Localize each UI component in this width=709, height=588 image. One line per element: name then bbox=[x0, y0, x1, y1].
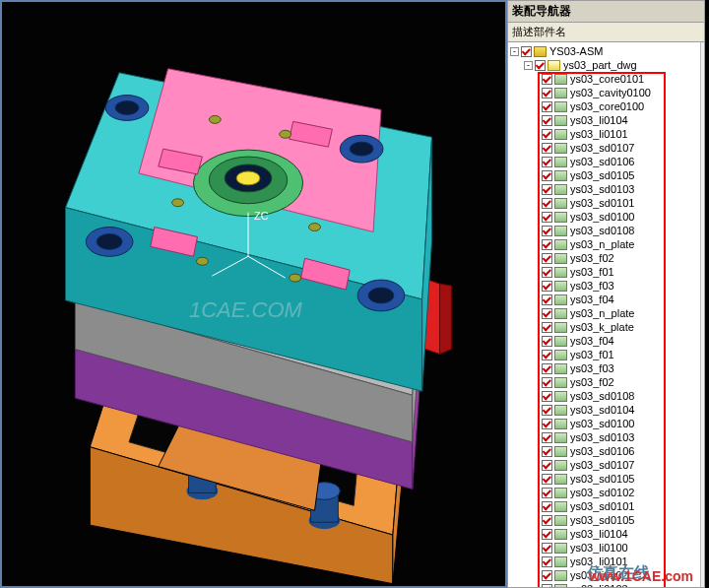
component-icon bbox=[554, 322, 567, 333]
tree-component-row[interactable]: ys03_sd0102 bbox=[508, 486, 704, 499]
tree-component-row[interactable]: ys03_cavity0100 bbox=[508, 86, 704, 99]
tree-component-row[interactable]: ys03_f02 bbox=[508, 375, 704, 389]
tree-component-row[interactable]: ys03_sd0107 bbox=[508, 458, 704, 472]
component-label: ys03_li0101 bbox=[569, 127, 628, 141]
tree-component-row[interactable]: ys03_f04 bbox=[508, 293, 704, 306]
tree-component-row[interactable]: ys03_sd0104 bbox=[508, 403, 704, 417]
tree-root-row[interactable]: - YS03-ASM bbox=[508, 44, 704, 58]
expander-icon[interactable]: - bbox=[524, 61, 533, 70]
checkbox[interactable] bbox=[542, 556, 552, 567]
checkbox[interactable] bbox=[542, 143, 552, 154]
tree-component-row[interactable]: ys03_sd0105 bbox=[508, 168, 704, 182]
assembly-tree[interactable]: - YS03-ASM - ys03_part_dwg ys03_core0101… bbox=[508, 42, 704, 587]
checkbox[interactable] bbox=[542, 294, 552, 305]
checkbox[interactable] bbox=[542, 488, 552, 498]
tree-component-row[interactable]: ys03_sd0101 bbox=[508, 499, 704, 513]
tree-component-row[interactable]: ys03_li0104 bbox=[508, 113, 704, 127]
tree-component-row[interactable]: ys03_k_plate bbox=[508, 320, 704, 334]
checkbox[interactable] bbox=[542, 198, 552, 209]
svg-point-35 bbox=[209, 115, 221, 123]
checkbox[interactable] bbox=[542, 405, 552, 416]
checkbox[interactable] bbox=[542, 501, 552, 512]
checkbox[interactable] bbox=[542, 88, 552, 98]
tree-component-row[interactable]: ys03_li0101 bbox=[508, 555, 704, 568]
expander-icon[interactable]: - bbox=[510, 47, 519, 56]
component-label: ys03_n_plate bbox=[569, 237, 634, 251]
checkbox[interactable] bbox=[542, 74, 552, 85]
checkbox[interactable] bbox=[542, 184, 552, 195]
checkbox[interactable] bbox=[542, 350, 552, 360]
component-label: ys03_sd0106 bbox=[569, 155, 634, 168]
checkbox[interactable] bbox=[542, 570, 552, 581]
checkbox[interactable] bbox=[542, 129, 552, 140]
tree-component-row[interactable]: ys03_f03 bbox=[508, 279, 704, 293]
checkbox[interactable] bbox=[542, 474, 552, 485]
tree-component-row[interactable]: ys03_sd0100 bbox=[508, 210, 704, 224]
tree-component-row[interactable]: ys03_f01 bbox=[508, 265, 704, 279]
tree-component-row[interactable]: ys03_sd0108 bbox=[508, 389, 704, 403]
tree-component-row[interactable]: ys03_sd0106 bbox=[508, 155, 704, 168]
checkbox[interactable] bbox=[542, 363, 552, 374]
tree-component-row[interactable]: ys03_sd0105 bbox=[508, 513, 704, 527]
checkbox[interactable] bbox=[542, 322, 552, 333]
tree-part-row[interactable]: - ys03_part_dwg bbox=[508, 58, 704, 72]
tree-component-row[interactable]: ys03_li0100 bbox=[508, 541, 704, 555]
tree-scrollbar[interactable] bbox=[700, 42, 704, 587]
checkbox[interactable] bbox=[542, 281, 552, 292]
checkbox[interactable] bbox=[542, 226, 552, 236]
tree-component-row[interactable]: ys03_f02 bbox=[508, 251, 704, 265]
component-icon bbox=[554, 115, 567, 126]
checkbox[interactable] bbox=[542, 460, 552, 471]
tree-component-row[interactable]: ys03_li0102 bbox=[508, 568, 704, 582]
part-icon bbox=[548, 60, 560, 71]
checkbox[interactable] bbox=[542, 419, 552, 429]
assembly-navigator-panel: 装配导航器 描述部件名 - YS03-ASM - ys03_part_dwg y… bbox=[507, 0, 705, 588]
column-header[interactable]: 描述部件名 bbox=[508, 23, 704, 42]
tree-component-row[interactable]: ys03_sd0107 bbox=[508, 141, 704, 155]
checkbox[interactable] bbox=[542, 529, 552, 540]
tree-component-row[interactable]: ys03_li0103 bbox=[508, 582, 704, 587]
checkbox[interactable] bbox=[535, 60, 546, 71]
checkbox[interactable] bbox=[542, 170, 552, 181]
tree-component-row[interactable]: ys03_sd0108 bbox=[508, 224, 704, 237]
component-label: ys03_f01 bbox=[569, 265, 614, 279]
tree-component-row[interactable]: ys03_li0104 bbox=[508, 527, 704, 541]
tree-component-row[interactable]: ys03_sd0101 bbox=[508, 196, 704, 210]
tree-component-row[interactable]: ys03_sd0100 bbox=[508, 417, 704, 430]
checkbox[interactable] bbox=[542, 391, 552, 402]
tree-component-row[interactable]: ys03_li0101 bbox=[508, 127, 704, 141]
checkbox[interactable] bbox=[542, 101, 552, 112]
component-icon bbox=[554, 363, 567, 374]
tree-component-row[interactable]: ys03_core0100 bbox=[508, 99, 704, 113]
checkbox[interactable] bbox=[542, 584, 552, 588]
tree-component-row[interactable]: ys03_f03 bbox=[508, 361, 704, 375]
checkbox[interactable] bbox=[542, 253, 552, 264]
tree-component-row[interactable]: ys03_f01 bbox=[508, 348, 704, 361]
component-label: ys03_sd0101 bbox=[569, 499, 634, 513]
checkbox[interactable] bbox=[542, 446, 552, 457]
tree-component-row[interactable]: ys03_sd0106 bbox=[508, 444, 704, 458]
tree-component-row[interactable]: ys03_sd0103 bbox=[508, 430, 704, 444]
component-icon bbox=[554, 419, 567, 429]
checkbox[interactable] bbox=[542, 515, 552, 526]
checkbox[interactable] bbox=[542, 308, 552, 319]
checkbox[interactable] bbox=[521, 46, 532, 57]
checkbox[interactable] bbox=[542, 336, 552, 347]
component-icon bbox=[554, 267, 567, 278]
cad-viewport[interactable]: ZC 1CAE.COM bbox=[0, 0, 507, 588]
checkbox[interactable] bbox=[542, 543, 552, 554]
tree-component-row[interactable]: ys03_sd0105 bbox=[508, 472, 704, 486]
checkbox[interactable] bbox=[542, 267, 552, 278]
checkbox[interactable] bbox=[542, 157, 552, 167]
checkbox[interactable] bbox=[542, 239, 552, 250]
tree-component-row[interactable]: ys03_n_plate bbox=[508, 237, 704, 251]
tree-component-row[interactable]: ys03_sd0103 bbox=[508, 182, 704, 196]
checkbox[interactable] bbox=[542, 212, 552, 223]
checkbox[interactable] bbox=[542, 377, 552, 388]
checkbox[interactable] bbox=[542, 115, 552, 126]
checkbox[interactable] bbox=[542, 432, 552, 443]
tree-component-row[interactable]: ys03_f04 bbox=[508, 334, 704, 348]
component-label: ys03_f02 bbox=[569, 375, 614, 389]
tree-component-row[interactable]: ys03_core0101 bbox=[508, 72, 704, 86]
tree-component-row[interactable]: ys03_n_plate bbox=[508, 306, 704, 320]
